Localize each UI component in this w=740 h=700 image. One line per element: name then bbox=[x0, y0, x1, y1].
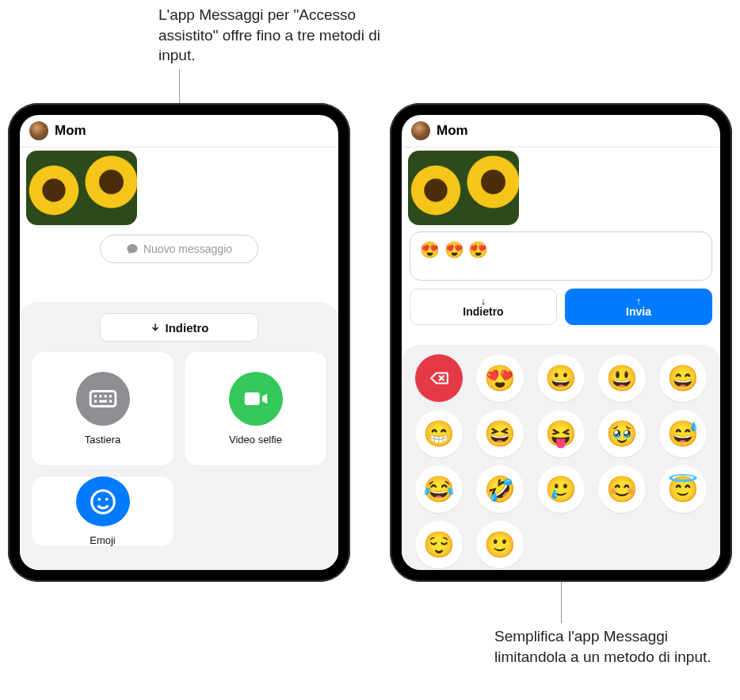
received-image-bubble[interactable] bbox=[408, 151, 519, 225]
svg-rect-0 bbox=[90, 392, 116, 407]
svg-rect-1 bbox=[93, 395, 96, 397]
send-button[interactable]: ↑ Invia bbox=[565, 289, 712, 325]
svg-rect-3 bbox=[104, 395, 106, 397]
emoji-key[interactable]: 🥹 bbox=[598, 410, 646, 457]
svg-rect-8 bbox=[244, 392, 259, 405]
input-option-keyboard[interactable]: Tastiera bbox=[31, 351, 174, 466]
received-image-bubble[interactable] bbox=[26, 151, 137, 225]
arrow-down-icon bbox=[150, 322, 161, 333]
back-button[interactable]: Indietro bbox=[100, 313, 258, 342]
avatar bbox=[29, 121, 48, 140]
svg-rect-6 bbox=[99, 400, 107, 403]
callout-bottom: Semplifica l'app Messaggi limitandola a … bbox=[494, 626, 716, 667]
svg-point-9 bbox=[91, 490, 114, 513]
keyboard-icon bbox=[76, 372, 130, 426]
chat-bubble-icon bbox=[126, 243, 139, 255]
callout-line-top bbox=[179, 69, 180, 103]
emoji-key[interactable]: 😊 bbox=[598, 465, 646, 513]
callout-top: L'app Messaggi per "Accesso assistito" o… bbox=[158, 5, 392, 66]
compose-field[interactable]: 😍 😍 😍 bbox=[410, 231, 712, 281]
emoji-key[interactable]: 😍 bbox=[476, 354, 524, 402]
back-label: Indietro bbox=[463, 306, 503, 318]
backspace-icon bbox=[429, 368, 449, 388]
svg-point-10 bbox=[97, 497, 101, 500]
emoji-keyboard-panel: 😍😀😃😄😁😆😝🥹😅😂🤣🥲😊😇😌🙂 bbox=[402, 345, 720, 570]
emoji-key[interactable]: 😂 bbox=[415, 465, 463, 513]
compose-placeholder: Nuovo messaggio bbox=[143, 243, 232, 255]
emoji-key[interactable]: 😝 bbox=[537, 410, 585, 457]
arrow-down-icon: ↓ bbox=[481, 296, 486, 306]
emoji-key[interactable]: 😇 bbox=[659, 465, 707, 513]
arrow-up-icon: ↑ bbox=[636, 296, 642, 306]
callout-line-bottom bbox=[561, 582, 562, 623]
emoji-key[interactable]: 😁 bbox=[415, 410, 463, 457]
compose-content: 😍 😍 😍 bbox=[420, 241, 488, 258]
back-label: Indietro bbox=[166, 321, 209, 335]
video-selfie-label: Video selfie bbox=[229, 434, 282, 446]
emoji-key[interactable]: 🥲 bbox=[537, 465, 585, 513]
delete-key[interactable] bbox=[415, 354, 463, 402]
svg-rect-7 bbox=[109, 400, 111, 403]
emoji-icon bbox=[76, 476, 130, 526]
emoji-key[interactable]: 😅 bbox=[659, 410, 707, 457]
input-option-emoji[interactable]: Emoji bbox=[31, 476, 174, 547]
svg-rect-5 bbox=[93, 400, 96, 403]
emoji-key[interactable]: 🙂 bbox=[476, 521, 524, 568]
keyboard-label: Tastiera bbox=[85, 434, 121, 446]
ipad-left: Mom Nuovo messaggio Indietro bbox=[8, 103, 350, 582]
emoji-key[interactable]: 😌 bbox=[415, 521, 463, 568]
screen-right: Mom 😍 😍 😍 ↓ Indietro ↑ Invia 😍😀😃😄😁😆😝🥹😅😂🤣… bbox=[402, 115, 720, 570]
conversation-header[interactable]: Mom bbox=[402, 115, 720, 147]
send-label: Invia bbox=[626, 306, 651, 318]
callout-bottom-text: Semplifica l'app Messaggi limitandola a … bbox=[494, 628, 711, 665]
compose-row: Nuovo messaggio bbox=[20, 235, 338, 263]
emoji-label: Emoji bbox=[90, 534, 116, 546]
action-buttons-row: ↓ Indietro ↑ Invia bbox=[402, 281, 720, 325]
input-options-grid: Tastiera Video selfie Emoji bbox=[31, 351, 327, 515]
ipad-right: Mom 😍 😍 😍 ↓ Indietro ↑ Invia 😍😀😃😄😁😆😝🥹😅😂🤣… bbox=[390, 103, 732, 582]
svg-rect-4 bbox=[109, 395, 111, 397]
video-icon bbox=[229, 372, 283, 426]
emoji-grid: 😍😀😃😄😁😆😝🥹😅😂🤣🥲😊😇😌🙂 bbox=[413, 354, 709, 568]
emoji-key[interactable]: 😆 bbox=[476, 410, 524, 457]
callout-top-text: L'app Messaggi per "Accesso assistito" o… bbox=[158, 6, 380, 63]
svg-rect-2 bbox=[99, 395, 101, 397]
contact-name: Mom bbox=[55, 123, 86, 139]
emoji-key[interactable]: 🤣 bbox=[476, 465, 524, 513]
contact-name: Mom bbox=[437, 123, 468, 139]
input-options-panel: Indietro Tastiera Video selfie bbox=[20, 302, 338, 570]
back-button[interactable]: ↓ Indietro bbox=[410, 289, 557, 325]
compose-field[interactable]: Nuovo messaggio bbox=[100, 235, 258, 263]
emoji-key[interactable]: 😄 bbox=[659, 354, 707, 402]
screen-left: Mom Nuovo messaggio Indietro bbox=[20, 115, 338, 570]
svg-point-11 bbox=[105, 497, 108, 500]
input-option-video-selfie[interactable]: Video selfie bbox=[184, 351, 327, 466]
emoji-key[interactable]: 😃 bbox=[598, 354, 646, 402]
emoji-key[interactable]: 😀 bbox=[537, 354, 585, 402]
conversation-header[interactable]: Mom bbox=[20, 115, 338, 147]
avatar bbox=[411, 121, 430, 140]
